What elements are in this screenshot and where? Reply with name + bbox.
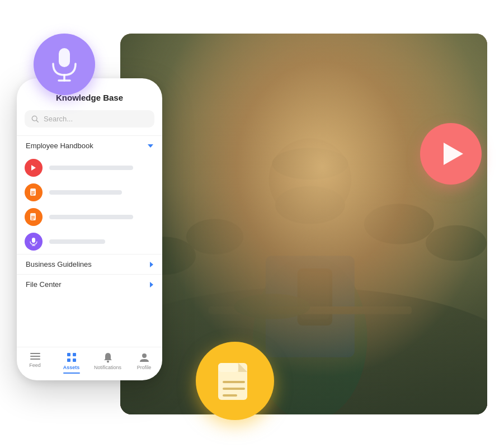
svg-line-24 bbox=[36, 120, 38, 122]
nav-label-assets: Assets bbox=[63, 365, 80, 370]
notifications-icon bbox=[103, 352, 113, 363]
microphone-bubble bbox=[34, 34, 95, 95]
chevron-right-icon-2 bbox=[150, 282, 153, 287]
document-bubble bbox=[196, 342, 274, 420]
chevron-down-icon bbox=[148, 144, 153, 148]
document2-item-icon bbox=[29, 213, 38, 221]
section-business-guidelines[interactable]: Business Guidelines bbox=[17, 254, 162, 274]
svg-point-45 bbox=[142, 353, 147, 358]
item-icon-mic bbox=[25, 233, 43, 251]
section-label-business-guidelines: Business Guidelines bbox=[26, 260, 92, 268]
svg-rect-15 bbox=[59, 48, 70, 67]
item-line bbox=[49, 190, 122, 195]
svg-rect-41 bbox=[73, 353, 76, 356]
nav-label-profile: Profile bbox=[137, 365, 152, 370]
chevron-right-icon bbox=[150, 262, 153, 267]
nav-item-notifications[interactable]: Notifications bbox=[90, 352, 126, 374]
list-item[interactable] bbox=[25, 183, 154, 201]
section-file-center[interactable]: File Center bbox=[17, 274, 162, 294]
svg-rect-34 bbox=[32, 238, 35, 243]
list-item[interactable] bbox=[25, 159, 154, 177]
svg-rect-43 bbox=[73, 359, 76, 362]
nav-active-indicator bbox=[63, 372, 80, 374]
search-bar[interactable]: Search... bbox=[25, 110, 154, 128]
phone-screen: Knowledge Base Search... Employee Handbo… bbox=[17, 78, 162, 380]
svg-rect-42 bbox=[67, 359, 70, 362]
mic-icon bbox=[50, 47, 79, 82]
svg-rect-19 bbox=[218, 363, 238, 372]
mic-item-icon bbox=[30, 237, 37, 246]
item-icon-play bbox=[25, 159, 43, 177]
play-item-icon bbox=[30, 164, 37, 172]
section-employee-handbook[interactable]: Employee Handbook bbox=[17, 135, 162, 155]
search-input[interactable]: Search... bbox=[44, 115, 148, 123]
bottom-navigation: Feed Assets Notifications bbox=[17, 347, 162, 380]
svg-point-44 bbox=[107, 361, 109, 363]
item-line bbox=[49, 239, 105, 244]
nav-item-feed[interactable]: Feed bbox=[17, 352, 53, 374]
section-label-employee-handbook: Employee Handbook bbox=[26, 142, 93, 150]
nav-item-profile[interactable]: Profile bbox=[126, 352, 162, 374]
profile-icon bbox=[139, 352, 150, 363]
item-line bbox=[49, 166, 133, 170]
play-button-bubble[interactable] bbox=[420, 123, 482, 185]
document-item-icon bbox=[29, 188, 38, 197]
svg-marker-25 bbox=[31, 165, 36, 171]
item-line bbox=[49, 215, 133, 219]
handbook-list-items bbox=[17, 155, 162, 254]
nav-item-assets[interactable]: Assets bbox=[53, 352, 90, 374]
list-item[interactable] bbox=[25, 208, 154, 226]
svg-rect-40 bbox=[67, 353, 70, 356]
phone-mockup: Knowledge Base Search... Employee Handbo… bbox=[17, 78, 162, 380]
list-item[interactable] bbox=[25, 233, 154, 251]
nav-label-notifications: Notifications bbox=[94, 365, 121, 370]
phone-title: Knowledge Base bbox=[17, 89, 162, 110]
nav-label-feed: Feed bbox=[29, 362, 41, 368]
section-label-file-center: File Center bbox=[26, 280, 62, 289]
item-icon-document bbox=[25, 183, 43, 201]
search-icon bbox=[31, 115, 39, 123]
play-icon bbox=[444, 143, 463, 165]
item-icon-document2 bbox=[25, 208, 43, 226]
feed-icon bbox=[30, 352, 41, 361]
background-photo bbox=[120, 34, 487, 414]
farmer-image bbox=[120, 34, 487, 414]
assets-icon bbox=[66, 352, 77, 363]
document-icon bbox=[215, 359, 255, 403]
